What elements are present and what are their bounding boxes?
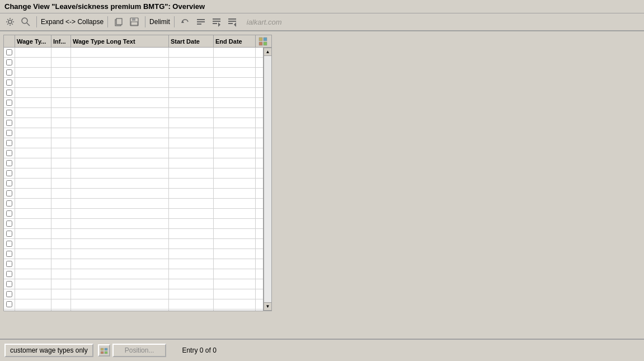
table-row[interactable]	[4, 209, 263, 219]
end-date-cell	[214, 229, 256, 239]
table-row[interactable]	[4, 138, 263, 148]
start-date-cell	[169, 229, 214, 239]
svg-point-0	[8, 20, 12, 24]
table-row[interactable]	[4, 78, 263, 88]
row-checkbox[interactable]	[4, 58, 15, 68]
expand-collapse-btn[interactable]: Expand <-> Collapse	[41, 18, 104, 26]
end-date-cell	[214, 148, 256, 158]
long-text-cell	[71, 48, 169, 58]
vertical-scrollbar[interactable]: ▲ ▼	[263, 48, 271, 311]
inf-cell	[51, 98, 71, 108]
start-date-cell	[169, 259, 214, 269]
toolbar-save-btn[interactable]	[128, 16, 141, 28]
inf-cell	[51, 209, 71, 219]
wage-ty-cell	[15, 148, 51, 158]
table-row[interactable]	[4, 108, 263, 118]
table-row[interactable]	[4, 310, 263, 311]
end-date-cell	[214, 219, 256, 229]
svg-rect-11	[197, 24, 201, 25]
delimit-btn[interactable]: Delimit	[149, 18, 170, 26]
scroll-down-btn[interactable]: ▼	[264, 302, 272, 311]
wage-ty-cell	[15, 269, 51, 279]
row-checkbox[interactable]	[4, 239, 15, 249]
svg-rect-6	[132, 18, 135, 21]
table-row[interactable]	[4, 118, 263, 128]
table-row[interactable]	[4, 179, 263, 189]
table-row[interactable]	[4, 269, 263, 279]
table-row[interactable]	[4, 289, 263, 299]
end-date-cell	[214, 168, 256, 179]
table-row[interactable]	[4, 88, 263, 98]
scroll-track[interactable]	[264, 56, 272, 302]
row-checkbox[interactable]	[4, 209, 15, 219]
row-checkbox[interactable]	[4, 189, 15, 199]
table-row[interactable]	[4, 48, 263, 58]
scroll-up-btn[interactable]: ▲	[264, 48, 272, 56]
row-checkbox[interactable]	[4, 289, 15, 299]
row-checkbox[interactable]	[4, 269, 15, 279]
row-checkbox[interactable]	[4, 108, 15, 118]
row-checkbox[interactable]	[4, 219, 15, 229]
position-icon[interactable]	[98, 344, 110, 357]
table-row[interactable]	[4, 239, 263, 249]
inf-cell	[51, 299, 71, 310]
find-prev-icon	[227, 16, 238, 27]
table-header: Wage Ty... Inf... Wage Type Long Text St…	[4, 35, 271, 48]
table-body-wrapper: ▲ ▼	[4, 48, 271, 311]
row-checkbox[interactable]	[4, 118, 15, 128]
row-checkbox[interactable]	[4, 259, 15, 269]
copy-icon	[113, 16, 124, 27]
toolbar-undo-btn[interactable]	[178, 16, 192, 28]
wage-ty-cell	[15, 68, 51, 78]
table-row[interactable]	[4, 259, 263, 269]
row-checkbox[interactable]	[4, 229, 15, 239]
row-checkbox[interactable]	[4, 310, 15, 311]
table-row[interactable]	[4, 128, 263, 138]
wage-ty-cell	[15, 279, 51, 289]
table-row[interactable]	[4, 219, 263, 229]
table-row[interactable]	[4, 299, 263, 310]
row-checkbox[interactable]	[4, 148, 15, 158]
row-checkbox[interactable]	[4, 199, 15, 209]
end-date-cell	[214, 249, 256, 259]
svg-rect-22	[259, 42, 262, 45]
table-row[interactable]	[4, 168, 263, 179]
toolbar-find-prev-btn[interactable]	[225, 16, 239, 28]
customer-wage-types-btn[interactable]: customer wage types only	[4, 344, 93, 357]
row-checkbox[interactable]	[4, 279, 15, 289]
toolbar-copy-btn[interactable]	[112, 16, 125, 28]
row-checkbox[interactable]	[4, 179, 15, 189]
row-checkbox[interactable]	[4, 88, 15, 98]
table-row[interactable]	[4, 189, 263, 199]
toolbar-settings-btn[interactable]	[3, 16, 17, 28]
row-checkbox[interactable]	[4, 158, 15, 168]
row-checkbox[interactable]	[4, 168, 15, 179]
long-text-cell	[71, 98, 169, 108]
table-row[interactable]	[4, 68, 263, 78]
header-checkbox-col	[4, 35, 15, 48]
row-checkbox[interactable]	[4, 78, 15, 88]
wage-ty-cell	[15, 58, 51, 68]
toolbar-search-btn[interactable]	[19, 16, 32, 28]
row-checkbox[interactable]	[4, 138, 15, 148]
table-row[interactable]	[4, 229, 263, 239]
toolbar-find-next-btn[interactable]	[210, 16, 223, 28]
table-row[interactable]	[4, 199, 263, 209]
row-checkbox[interactable]	[4, 299, 15, 310]
table-row[interactable]	[4, 249, 263, 259]
status-bar: customer wage types only Position... Ent…	[0, 339, 644, 361]
toolbar-find-btn[interactable]	[194, 16, 208, 28]
table-row[interactable]	[4, 279, 263, 289]
table-row[interactable]	[4, 98, 263, 108]
row-checkbox[interactable]	[4, 68, 15, 78]
table-row[interactable]	[4, 58, 263, 68]
row-checkbox[interactable]	[4, 48, 15, 58]
row-checkbox[interactable]	[4, 249, 15, 259]
long-text-cell	[71, 310, 169, 311]
start-date-cell	[169, 199, 214, 209]
table-row[interactable]	[4, 158, 263, 168]
position-btn[interactable]: Position...	[112, 344, 167, 357]
row-checkbox[interactable]	[4, 128, 15, 138]
row-checkbox[interactable]	[4, 98, 15, 108]
table-row[interactable]	[4, 148, 263, 158]
